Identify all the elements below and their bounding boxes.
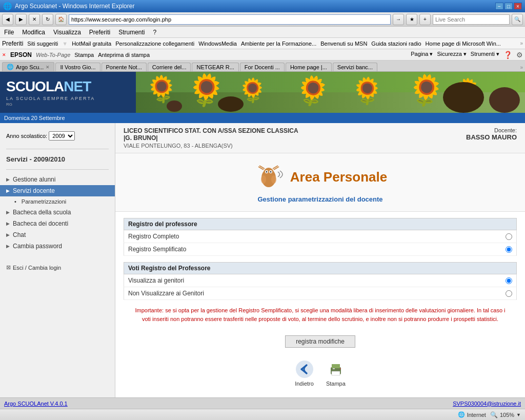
print-action[interactable]: Stampa: [326, 360, 346, 387]
search-input[interactable]: [433, 14, 510, 25]
back-button[interactable]: ◀: [2, 14, 13, 25]
visualizza-genitori-radio[interactable]: [506, 277, 512, 284]
add-favorites-button[interactable]: +: [419, 14, 431, 25]
fav-msn[interactable]: Benvenuti su MSN: [320, 41, 367, 47]
svg-point-11: [271, 175, 276, 184]
sidebar-item-servizi-docente[interactable]: ▶ Servizi docente: [0, 185, 115, 196]
minimize-button[interactable]: −: [495, 3, 503, 10]
sidebar-item-parametrizzazioni[interactable]: • Parametrizzazioni: [0, 196, 115, 207]
tab-netgear[interactable]: NETGEAR R...: [192, 63, 238, 71]
form-section: Registro del professore Registro Complet…: [115, 212, 525, 399]
school-name: LICEO SCIENTIFICO STAT. CON A/SSA SEZION…: [124, 127, 298, 134]
stop-button[interactable]: ✕: [29, 14, 40, 25]
sidebar-item-label: Cambia password: [13, 243, 62, 250]
non-visualizzare-radio[interactable]: [506, 290, 512, 297]
arrow-icon: ▶: [6, 210, 10, 215]
registro-completo-radio[interactable]: [506, 233, 512, 240]
epson-anteprima[interactable]: Anteprima di stampa: [98, 52, 150, 58]
fav-personalizzazione[interactable]: Personalizzazione collegamenti: [115, 41, 194, 47]
fav-microsoft[interactable]: Home page di Microsoft Win...: [426, 41, 501, 47]
tab-vostro[interactable]: Il Vostro Gio...: [55, 63, 100, 71]
sidebar-item-label: Servizi docente: [13, 187, 55, 194]
toolbar-sicurezza[interactable]: Sicurezza ▾: [437, 51, 467, 59]
zoom-chevron: ▼: [516, 412, 521, 417]
fav-ambiente[interactable]: Ambiente per la Formazione...: [241, 41, 316, 47]
form-row-registro-semplificato: Registro Semplificato: [124, 243, 517, 256]
tab-servizi[interactable]: Servizi banc...: [333, 63, 377, 71]
status-bar: 🌐 Internet 🔍 105% ▼: [0, 409, 525, 420]
maximize-button[interactable]: □: [504, 3, 513, 10]
mascot-svg: [253, 162, 284, 192]
header-decoration: 🌻 🌻 🌻 🌻 🌻 🌻 🌻: [136, 72, 525, 113]
date-text: Domenica 20 Settembre: [4, 115, 65, 121]
fav-siti[interactable]: Siti suggeriti: [27, 41, 58, 47]
epson-stampa[interactable]: Stampa: [74, 52, 94, 58]
fav-windowsmedia[interactable]: WindowsMedia: [198, 41, 237, 47]
help-icon[interactable]: ❓: [503, 51, 512, 59]
menu-strumenti[interactable]: Strumenti: [118, 29, 145, 36]
registro-semplificato-radio[interactable]: [506, 246, 512, 253]
search-go-button[interactable]: 🔍: [512, 14, 523, 25]
menu-preferiti[interactable]: Preferiti: [89, 29, 110, 36]
sidebar-item-label: Bacheca dei docenti: [13, 220, 68, 227]
sidebar: Anno scolastico: 2009 Servizi - 2009/201…: [0, 123, 115, 420]
svg-point-4: [266, 171, 267, 173]
print-label: Stampa: [326, 381, 346, 387]
form-row-non-visualizzare: Non Visualizzare ai Genitori: [124, 287, 517, 300]
tab-homepage[interactable]: Home page |...: [286, 63, 332, 71]
back-action[interactable]: Indietro: [295, 360, 314, 387]
titlebar-buttons[interactable]: − □ ×: [495, 3, 522, 10]
arrow-icon: ▶: [6, 232, 10, 237]
menu-visualizza[interactable]: Visualizza: [53, 29, 81, 36]
tab-ponente[interactable]: Ponente Not...: [102, 63, 147, 71]
sidebar-item-gestione-alunni[interactable]: ▶ Gestione alunni: [0, 174, 115, 185]
sidebar-item-chat[interactable]: ▶ Chat: [0, 229, 115, 241]
year-selector: Anno scolastico: 2009: [0, 127, 115, 145]
site-header: SCUOLANET LA SCUOLA SEMPRE APERTA RG 🌻 🌻…: [0, 72, 525, 113]
toolbar-strumenti[interactable]: Strumenti ▾: [471, 51, 499, 59]
address-bar[interactable]: [69, 14, 391, 25]
tab-close-icon[interactable]: ✕: [46, 65, 50, 70]
svg-rect-16: [333, 368, 335, 369]
submit-button[interactable]: registra modifiche: [285, 335, 355, 348]
toolbar-pagina[interactable]: Pagina ▾: [411, 51, 433, 59]
registro-semplificato-label: Registro Semplificato: [128, 246, 506, 253]
fav-radio[interactable]: Guida stazioni radio: [371, 41, 421, 47]
tab-docenti[interactable]: For Docenti ...: [240, 63, 285, 71]
form-row-visualizza-genitori: Visualizza ai genitori: [124, 274, 517, 287]
tab-argo-scuolanet[interactable]: 🌐 Argo Scu... ✕: [2, 62, 54, 71]
tab-corriere[interactable]: Corriere del...: [148, 63, 191, 71]
sidebar-item-bacheca-scuola[interactable]: ▶ Bacheca della scuola: [0, 207, 115, 218]
settings-icon[interactable]: ⚙: [516, 51, 523, 59]
home-button[interactable]: 🏠: [55, 14, 67, 25]
sidebar-menu: ▶ Gestione alunni ▶ Servizi docente • Pa…: [0, 174, 115, 252]
favorites-button[interactable]: ★: [406, 14, 417, 25]
sidebar-item-cambia-password[interactable]: ▶ Cambia password: [0, 241, 115, 252]
go-button[interactable]: →: [393, 14, 404, 25]
menu-modifica[interactable]: Modifica: [22, 29, 45, 36]
epson-toolbar: ✕ EPSON Web-To-Page Stampa Anteprima di …: [0, 49, 525, 61]
logout-button[interactable]: ⊠ Esci / Cambia login: [0, 260, 115, 275]
footer-right[interactable]: SVPS030004@istruzione.it: [453, 401, 521, 407]
menu-help[interactable]: ?: [153, 29, 157, 36]
sidebar-title: Servizi - 2009/2010: [0, 153, 115, 165]
tab-icon: 🌐: [7, 64, 14, 70]
menu-file[interactable]: File: [4, 29, 14, 36]
logo-rg: RG: [6, 102, 12, 107]
globe-icon: 🌐: [458, 411, 465, 418]
year-select[interactable]: 2009: [49, 131, 75, 141]
forward-button[interactable]: ▶: [15, 14, 27, 25]
sidebar-item-bacheca-docenti[interactable]: ▶ Bacheca dei docenti: [0, 218, 115, 229]
footer-left[interactable]: Argo SCUOLAnet V.4.0.1: [4, 401, 68, 407]
fav-hotmail[interactable]: HotMail gratuita: [72, 41, 111, 47]
svg-point-10: [261, 175, 266, 184]
section-registro-header: Registro del professore: [124, 218, 517, 230]
more-tabs-icon[interactable]: »: [520, 65, 523, 71]
menu-bar: File Modifica Visualizza Preferiti Strum…: [0, 27, 525, 38]
logout-icon: ⊠: [6, 264, 11, 271]
close-button[interactable]: ×: [514, 3, 522, 10]
sidebar-divider-top: [6, 149, 109, 149]
area-personale-text: Area Personale: [290, 169, 387, 185]
refresh-button[interactable]: ↻: [42, 14, 53, 25]
area-personale-subtitle: Gestione parametrizzazioni del docente: [257, 195, 382, 203]
